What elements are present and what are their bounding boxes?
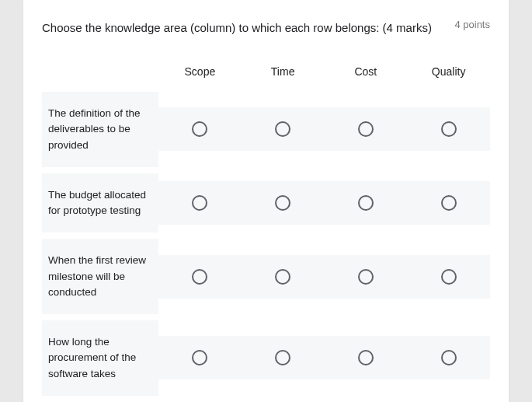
column-header-time: Time (242, 56, 325, 92)
radio-cell[interactable] (242, 336, 325, 379)
question-card: Choose the knowledge area (column) to wh… (23, 0, 509, 402)
radio-icon (441, 350, 457, 365)
radio-icon (441, 121, 457, 137)
row-gap (42, 232, 490, 239)
radio-cell[interactable] (158, 336, 242, 379)
grid: Scope Time Cost Quality The definition o… (42, 56, 490, 396)
radio-cell[interactable] (242, 255, 325, 299)
radio-icon (441, 195, 457, 211)
radio-icon (441, 269, 457, 285)
question-text: Choose the knowledge area (column) to wh… (42, 19, 439, 37)
row-header: When the first review milestone will be … (42, 239, 158, 314)
question-points: 4 points (454, 19, 490, 30)
radio-cell[interactable] (158, 255, 242, 299)
radio-icon (275, 350, 290, 365)
radio-cell[interactable] (407, 107, 490, 151)
radio-icon (358, 121, 374, 137)
radio-cell[interactable] (325, 336, 408, 379)
radio-icon (358, 269, 374, 285)
radio-cell[interactable] (407, 181, 490, 225)
radio-cell[interactable] (325, 181, 408, 225)
radio-icon (192, 121, 207, 137)
radio-cell[interactable] (158, 107, 242, 151)
question-header: Choose the knowledge area (column) to wh… (42, 19, 490, 37)
row-header: The budget allocated for prototype testi… (42, 173, 158, 233)
radio-icon (192, 195, 207, 211)
column-header-scope: Scope (158, 56, 242, 92)
row-gap (42, 314, 490, 320)
row-header: How long the procurement of the software… (42, 320, 158, 396)
radio-cell[interactable] (325, 107, 408, 151)
row-gap (42, 167, 490, 173)
radio-cell[interactable] (242, 181, 325, 225)
radio-cell[interactable] (407, 336, 490, 379)
radio-cell[interactable] (242, 107, 325, 151)
column-header-cost: Cost (325, 56, 408, 92)
column-header-quality: Quality (407, 56, 490, 92)
radio-icon (192, 269, 207, 285)
radio-icon (192, 350, 207, 365)
radio-cell[interactable] (325, 255, 408, 299)
radio-icon (358, 195, 374, 211)
radio-icon (275, 195, 290, 211)
radio-icon (275, 269, 290, 285)
radio-cell[interactable] (158, 181, 242, 225)
radio-icon (358, 350, 374, 365)
row-header: The definition of the deliverables to be… (42, 92, 158, 167)
radio-cell[interactable] (407, 255, 490, 299)
radio-icon (275, 121, 290, 137)
